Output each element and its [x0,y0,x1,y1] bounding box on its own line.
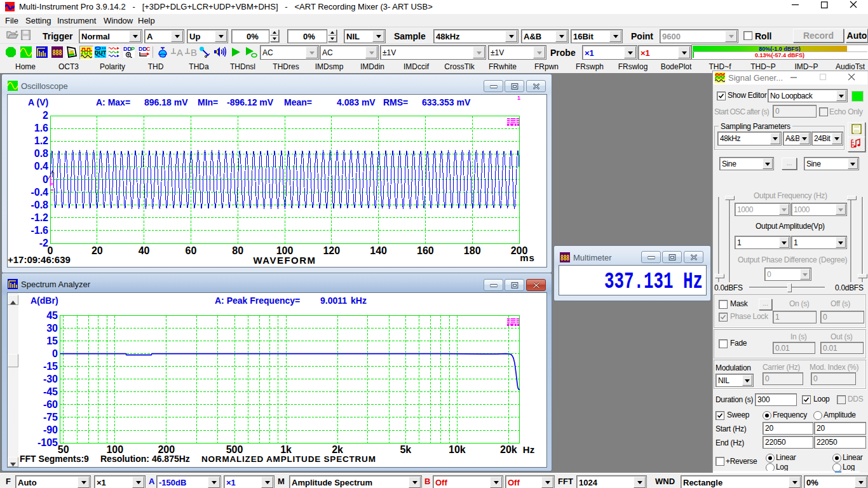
svg-text:80: 80 [232,245,243,256]
svg-text:-45: -45 [43,386,58,397]
svg-text:-105: -105 [37,437,58,448]
svg-text:5k: 5k [400,444,411,455]
svg-text:-0.4: -0.4 [31,187,48,198]
svg-text:+17:09:46:639: +17:09:46:639 [8,254,71,265]
svg-text:Resolution: 46.875Hz: Resolution: 46.875Hz [100,454,190,464]
svg-text:Hz: Hz [523,444,534,455]
svg-text:500: 500 [226,444,243,455]
svg-text:FFT Segments:9: FFT Segments:9 [20,454,89,464]
svg-text:888: 888 [53,48,62,58]
svg-text:20: 20 [92,245,103,256]
svg-text:A: A [177,47,183,58]
svg-text:DUT: DUT [95,50,106,56]
svg-text:0.8: 0.8 [34,148,48,159]
svg-text:30: 30 [46,323,58,334]
svg-text:C: C [146,46,150,52]
svg-text:-75: -75 [43,412,58,423]
svg-text:WAVEFORM: WAVEFORM [253,255,316,266]
svg-text:140: 140 [370,245,387,256]
svg-text:888: 888 [560,254,569,263]
svg-text:2k: 2k [332,444,343,455]
svg-text:ms: ms [520,252,535,263]
svg-text:1.2: 1.2 [34,135,48,146]
svg-text:40: 40 [139,245,150,256]
svg-text:60: 60 [186,245,197,256]
svg-text:20k: 20k [500,444,517,455]
svg-text:45: 45 [46,310,58,321]
svg-text:160: 160 [417,245,434,256]
svg-text:10k: 10k [449,444,466,455]
svg-text:B: B [191,47,197,58]
svg-text:-30: -30 [43,374,58,384]
svg-text:-1.2: -1.2 [31,212,48,223]
svg-text:1.6: 1.6 [34,123,48,133]
svg-text:-90: -90 [43,424,58,435]
svg-text:P: P [131,46,135,52]
svg-text:-0.8: -0.8 [31,200,48,210]
svg-text:-15: -15 [43,361,58,372]
svg-text:-60: -60 [43,399,58,410]
svg-text:-1.6: -1.6 [31,225,48,236]
svg-text:180: 180 [464,245,481,256]
svg-text:337.131 Hz: 337.131 Hz [604,268,703,295]
svg-text:NORMALIZED AMPLITUDE SPECTRUM: NORMALIZED AMPLITUDE SPECTRUM [201,454,376,464]
svg-text:0: 0 [52,348,58,359]
svg-text:0.4: 0.4 [34,161,48,172]
svg-text:120: 120 [323,245,340,256]
svg-text:15: 15 [46,336,58,346]
svg-text:2: 2 [43,110,48,121]
svg-text:1k: 1k [280,444,292,455]
